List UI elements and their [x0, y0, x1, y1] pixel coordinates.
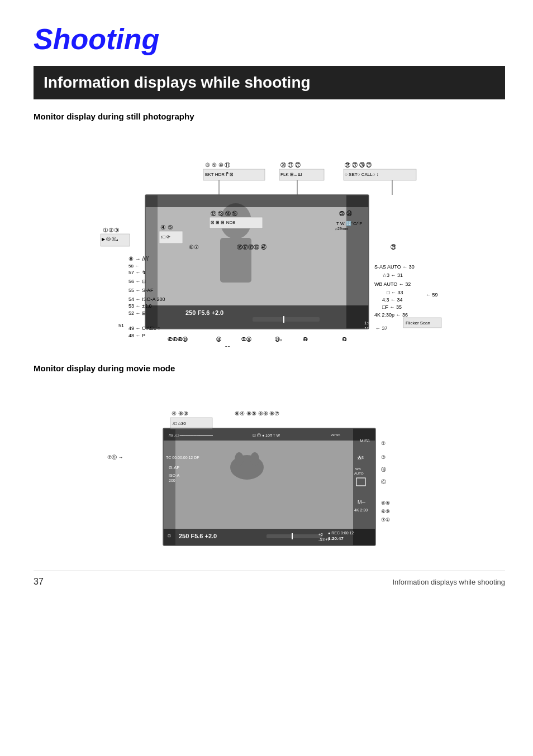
svg-text:4K 2:30: 4K 2:30 — [354, 508, 368, 512]
svg-text:①: ① — [381, 441, 386, 446]
svg-text:58 ←: 58 ← — [129, 264, 139, 269]
svg-text:S-AS AUTO ← 30: S-AS AUTO ← 30 — [374, 264, 415, 270]
page-title: Shooting — [34, 22, 505, 56]
svg-rect-3 — [145, 195, 369, 207]
svg-rect-81 — [353, 428, 375, 546]
svg-text:TC 00:00:00:12 DF: TC 00:00:00:12 DF — [166, 456, 199, 460]
svg-text:④ ⑤: ④ ⑤ — [160, 224, 173, 231]
svg-text:MIS1: MIS1 — [360, 438, 370, 443]
svg-text:⊡ ⓜ ● 1off  T  W: ⊡ ⓜ ● 1off T W — [253, 433, 280, 437]
svg-point-78 — [250, 452, 259, 466]
svg-text:⑥⑧: ⑥⑧ — [381, 500, 390, 506]
svg-point-77 — [235, 452, 244, 466]
svg-text:250  F5.6  +2.0: 250 F5.6 +2.0 — [185, 309, 223, 316]
svg-text:62 →: 62 → — [225, 345, 237, 347]
svg-text:29mm: 29mm — [331, 433, 340, 437]
svg-text:♪□  ⌂30: ♪□ ⌂30 — [172, 421, 186, 426]
svg-text:Ⓒ: Ⓒ — [381, 479, 386, 485]
svg-text:㊷㊶㊵㊴: ㊷㊶㊵㊴ — [168, 337, 188, 342]
svg-text:48 ← P: 48 ← P — [129, 333, 145, 338]
svg-text:⑥⑦: ⑥⑦ — [189, 244, 199, 250]
svg-text:G-AF: G-AF — [169, 465, 179, 470]
svg-text:● REC 0:00:12: ● REC 0:00:12 — [328, 531, 354, 535]
section-header: Information displays while shooting — [34, 66, 505, 99]
svg-text:200: 200 — [169, 479, 175, 482]
svg-rect-6 — [145, 195, 158, 329]
svg-text:⁂3: ⁂3 — [358, 456, 364, 460]
svg-text:52 ←  ⊞: 52 ← ⊞ — [129, 310, 146, 316]
movie-diagram-svg: ④ ⑥③ ♪□ ⌂30 ⑥④ ⑥⑤ ⑥⑥ ⑥⑦ //// ♪□ ════════… — [96, 381, 442, 554]
svg-text:㊳: ㊳ — [216, 337, 221, 342]
svg-text:54 ←  ISO-A 200: 54 ← ISO-A 200 — [129, 296, 165, 302]
svg-text:WB: WB — [355, 467, 361, 471]
svg-text:AUTO: AUTO — [354, 472, 364, 475]
svg-text:㊴₀: ㊴₀ — [275, 337, 282, 342]
footer-section-label: Information displays while shooting — [392, 578, 505, 586]
svg-text:①②③: ①②③ — [103, 227, 120, 233]
svg-text:WB AUTO ← 32: WB AUTO ← 32 — [374, 281, 411, 287]
svg-rect-52 — [253, 317, 320, 322]
svg-text:55 ←  S-AF: 55 ← S-AF — [129, 288, 154, 293]
svg-text:⑦⓪ →: ⑦⓪ → — [107, 454, 123, 460]
svg-rect-112 — [292, 533, 293, 539]
svg-text:4K 2:30p ← 36: 4K 2:30p ← 36 — [374, 312, 408, 318]
footer-page-number: 37 — [34, 577, 44, 587]
svg-text:⑯⑰⑱⑲  ㊶: ⑯⑰⑱⑲ ㊶ — [237, 244, 266, 250]
svg-text:ISO-A: ISO-A — [169, 473, 179, 477]
svg-text:Flicker Scan: Flicker Scan — [406, 320, 430, 326]
svg-text:BKT HDR P̈  ⊡: BKT HDR P̈ ⊡ — [205, 172, 234, 177]
svg-text:▶  ⓑ  ⓑ₄: ▶ ⓑ ⓑ₄ — [102, 237, 118, 242]
svg-text:□ ← 33: □ ← 33 — [387, 290, 403, 295]
svg-text:⑧ ⑨ ⑩ ⑪: ⑧ ⑨ ⑩ ⑪ — [205, 162, 230, 168]
svg-text:㊲㊱: ㊲㊱ — [241, 337, 251, 342]
subsection-movie-title: Monitor display during movie mode — [34, 363, 505, 373]
svg-rect-82 — [163, 428, 175, 546]
svg-text:㉕: ㉕ — [391, 244, 396, 250]
svg-text:♪□ ⟳: ♪□ ⟳ — [160, 235, 170, 240]
movie-diagram: ④ ⑥③ ♪□ ⌂30 ⑥④ ⑥⑤ ⑥⑥ ⑥⑦ //// ♪□ ════════… — [34, 381, 505, 554]
svg-text:④  ⑥③: ④ ⑥③ — [172, 410, 188, 417]
svg-text:⑦①: ⑦① — [381, 517, 390, 523]
svg-text:⌕29mm: ⌕29mm — [335, 227, 349, 231]
svg-text:☆3 ← 31: ☆3 ← 31 — [382, 272, 403, 278]
svg-text:56 ←  ⊡: 56 ← ⊡ — [129, 279, 146, 284]
still-diagram-svg: ①②③ ▶ ⓑ ⓑ₄ ④ ⑤ ♪□ ⟳ ⑧ ⑨ ⑩ ⑪ BKT HDR P̈ ⊡… — [63, 129, 476, 347]
svg-text:㉓  ㉔: ㉓ ㉔ — [339, 210, 352, 217]
svg-text:⑥⑨: ⑥⑨ — [381, 509, 390, 514]
svg-rect-111 — [266, 534, 322, 538]
svg-text:FLK ⊞ₘ Ш: FLK ⊞ₘ Ш — [280, 172, 302, 177]
svg-text:㉖ ㉗  ㉘  ㉙: ㉖ ㉗ ㉘ ㉙ — [345, 162, 372, 168]
svg-text:T  W  🔢°C/°F: T W 🔢°C/°F — [336, 221, 362, 226]
svg-text:1:02:03: 1:02:03 — [364, 320, 379, 326]
svg-text:////  ♪□  ════════════: //// ♪□ ════════════ — [169, 433, 213, 437]
svg-text:⊡: ⊡ — [168, 534, 171, 538]
svg-text:4:3 ← 34: 4:3 ← 34 — [382, 297, 403, 303]
svg-text:□F ← 35: □F ← 35 — [382, 304, 402, 310]
svg-rect-75 — [163, 428, 375, 546]
svg-text:1:20:47: 1:20:47 — [328, 536, 344, 541]
svg-text:⊡ ⊞ ⊟ ND8: ⊡ ⊞ ⊟ ND8 — [211, 220, 235, 225]
svg-text:㊸: ㊸ — [342, 337, 347, 342]
svg-text:○ SET○ CALL○ ↕: ○ SET○ CALL○ ↕ — [345, 172, 379, 177]
svg-text:250  F5.6  +2.0: 250 F5.6 +2.0 — [179, 533, 217, 539]
svg-text:← 37: ← 37 — [375, 326, 388, 331]
svg-text:M─: M─ — [358, 499, 365, 505]
svg-text:49 ← C AEL ○: 49 ← C AEL ○ — [129, 326, 160, 331]
svg-rect-53 — [283, 316, 284, 323]
svg-text:③: ③ — [381, 454, 386, 460]
svg-text:+2: +2 — [318, 533, 323, 537]
footer: 37 Information displays while shooting — [34, 571, 505, 587]
svg-text:51: 51 — [118, 323, 124, 328]
subsection-still-title: Monitor display during still photography — [34, 112, 505, 121]
svg-text:⑫ ⑬ ⑭ ⑮: ⑫ ⑬ ⑭ ⑮ — [211, 210, 237, 217]
svg-text:Ⓑ: Ⓑ — [381, 467, 386, 472]
svg-text:57 ←  ↯: 57 ← ↯ — [129, 270, 146, 275]
svg-text:㊹: ㊹ — [303, 337, 308, 342]
svg-text:⑳ ㉑ ㉒: ⑳ ㉑ ㉒ — [280, 162, 301, 168]
svg-text:← 59: ← 59 — [426, 292, 438, 298]
still-photo-diagram: ①②③ ▶ ⓑ ⓑ₄ ④ ⑤ ♪□ ⟳ ⑧ ⑨ ⑩ ⑪ BKT HDR P̈ ⊡… — [34, 129, 505, 347]
svg-text:⑥④  ⑥⑤  ⑥⑥  ⑥⑦: ⑥④ ⑥⑤ ⑥⑥ ⑥⑦ — [235, 410, 279, 417]
svg-text:53 ←  ±2.0: 53 ← ±2.0 — [129, 303, 151, 309]
